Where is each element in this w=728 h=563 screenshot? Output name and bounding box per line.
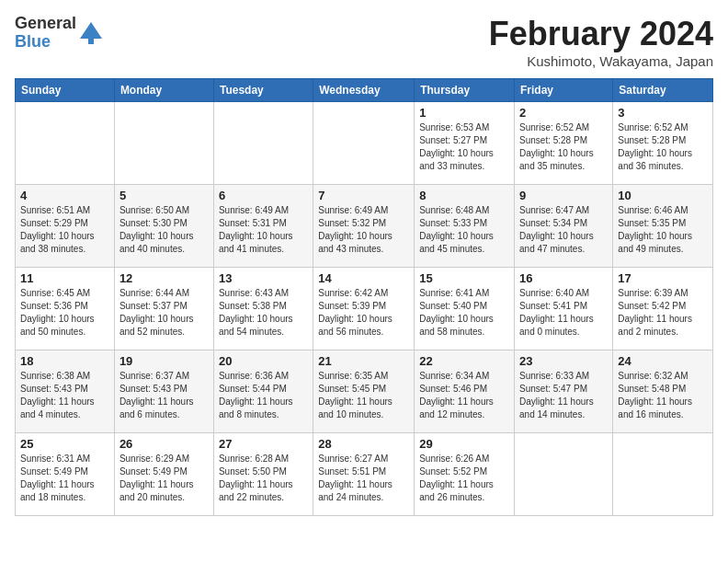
calendar-cell: 6Sunrise: 6:49 AM Sunset: 5:31 PM Daylig… [213, 185, 313, 268]
day-number: 29 [419, 437, 509, 451]
logo: General Blue [15, 15, 104, 52]
calendar-cell [213, 102, 313, 185]
calendar-cell: 1Sunrise: 6:53 AM Sunset: 5:27 PM Daylig… [415, 102, 515, 185]
day-info: Sunrise: 6:48 AM Sunset: 5:33 PM Dayligh… [419, 204, 509, 256]
day-info: Sunrise: 6:47 AM Sunset: 5:34 PM Dayligh… [519, 204, 608, 256]
day-number: 10 [618, 189, 708, 202]
calendar-cell: 19Sunrise: 6:37 AM Sunset: 5:43 PM Dayli… [114, 350, 213, 433]
day-number: 22 [419, 354, 509, 368]
day-info: Sunrise: 6:49 AM Sunset: 5:31 PM Dayligh… [219, 204, 308, 256]
calendar-cell [313, 102, 415, 185]
day-info: Sunrise: 6:52 AM Sunset: 5:28 PM Dayligh… [618, 121, 708, 173]
day-number: 12 [119, 271, 209, 285]
calendar-cell: 24Sunrise: 6:32 AM Sunset: 5:48 PM Dayli… [613, 350, 713, 433]
day-number: 16 [519, 271, 608, 285]
calendar-table: SundayMondayTuesdayWednesdayThursdayFrid… [15, 78, 713, 516]
svg-rect-1 [88, 39, 94, 44]
calendar-cell: 15Sunrise: 6:41 AM Sunset: 5:40 PM Dayli… [415, 268, 515, 350]
calendar-cell [515, 433, 613, 516]
day-number: 13 [219, 271, 308, 285]
day-number: 26 [119, 437, 209, 451]
day-info: Sunrise: 6:32 AM Sunset: 5:48 PM Dayligh… [618, 370, 708, 421]
calendar-cell: 13Sunrise: 6:43 AM Sunset: 5:38 PM Dayli… [213, 268, 313, 350]
day-info: Sunrise: 6:37 AM Sunset: 5:43 PM Dayligh… [119, 370, 209, 421]
day-number: 25 [20, 437, 109, 451]
weekday-header: Thursday [415, 79, 515, 102]
day-number: 27 [219, 437, 308, 451]
day-number: 23 [519, 354, 608, 368]
location-subtitle: Kushimoto, Wakayama, Japan [489, 53, 713, 69]
day-number: 2 [519, 106, 608, 120]
day-number: 20 [219, 354, 308, 368]
logo-blue: Blue [15, 33, 76, 52]
logo-icon [78, 20, 104, 46]
day-info: Sunrise: 6:46 AM Sunset: 5:35 PM Dayligh… [618, 204, 708, 256]
calendar-cell: 29Sunrise: 6:26 AM Sunset: 5:52 PM Dayli… [415, 433, 515, 516]
calendar-cell: 14Sunrise: 6:42 AM Sunset: 5:39 PM Dayli… [313, 268, 415, 350]
day-info: Sunrise: 6:51 AM Sunset: 5:29 PM Dayligh… [20, 204, 109, 256]
day-number: 28 [318, 437, 409, 451]
calendar-cell: 20Sunrise: 6:36 AM Sunset: 5:44 PM Dayli… [213, 350, 313, 433]
calendar-week-row: 11Sunrise: 6:45 AM Sunset: 5:36 PM Dayli… [16, 268, 713, 350]
day-info: Sunrise: 6:33 AM Sunset: 5:47 PM Dayligh… [519, 370, 608, 421]
day-info: Sunrise: 6:26 AM Sunset: 5:52 PM Dayligh… [419, 453, 509, 504]
weekday-header: Friday [515, 79, 613, 102]
day-number: 1 [419, 106, 509, 120]
day-number: 4 [20, 189, 109, 202]
day-info: Sunrise: 6:42 AM Sunset: 5:39 PM Dayligh… [318, 287, 409, 339]
calendar-cell: 18Sunrise: 6:38 AM Sunset: 5:43 PM Dayli… [16, 350, 115, 433]
day-number: 14 [318, 271, 409, 285]
calendar-cell: 28Sunrise: 6:27 AM Sunset: 5:51 PM Dayli… [313, 433, 415, 516]
day-number: 7 [318, 189, 409, 202]
calendar-cell: 3Sunrise: 6:52 AM Sunset: 5:28 PM Daylig… [613, 102, 713, 185]
day-info: Sunrise: 6:50 AM Sunset: 5:30 PM Dayligh… [119, 204, 209, 256]
day-number: 18 [20, 354, 109, 368]
calendar-cell: 17Sunrise: 6:39 AM Sunset: 5:42 PM Dayli… [613, 268, 713, 350]
calendar-cell: 7Sunrise: 6:49 AM Sunset: 5:32 PM Daylig… [313, 185, 415, 268]
calendar-week-row: 4Sunrise: 6:51 AM Sunset: 5:29 PM Daylig… [16, 185, 713, 268]
month-title: February 2024 [489, 15, 713, 53]
day-info: Sunrise: 6:31 AM Sunset: 5:49 PM Dayligh… [20, 453, 109, 504]
day-info: Sunrise: 6:29 AM Sunset: 5:49 PM Dayligh… [119, 453, 209, 504]
weekday-header-row: SundayMondayTuesdayWednesdayThursdayFrid… [16, 79, 713, 102]
calendar-cell: 22Sunrise: 6:34 AM Sunset: 5:46 PM Dayli… [415, 350, 515, 433]
day-info: Sunrise: 6:40 AM Sunset: 5:41 PM Dayligh… [519, 287, 608, 339]
day-number: 6 [219, 189, 308, 202]
day-info: Sunrise: 6:45 AM Sunset: 5:36 PM Dayligh… [20, 287, 109, 339]
day-info: Sunrise: 6:41 AM Sunset: 5:40 PM Dayligh… [419, 287, 509, 339]
day-info: Sunrise: 6:28 AM Sunset: 5:50 PM Dayligh… [219, 453, 308, 504]
calendar-cell: 10Sunrise: 6:46 AM Sunset: 5:35 PM Dayli… [613, 185, 713, 268]
day-info: Sunrise: 6:52 AM Sunset: 5:28 PM Dayligh… [519, 121, 608, 173]
day-number: 9 [519, 189, 608, 202]
day-info: Sunrise: 6:43 AM Sunset: 5:38 PM Dayligh… [219, 287, 308, 339]
weekday-header: Tuesday [213, 79, 313, 102]
calendar-cell [613, 433, 713, 516]
day-number: 3 [618, 106, 708, 120]
weekday-header: Saturday [613, 79, 713, 102]
calendar-cell: 2Sunrise: 6:52 AM Sunset: 5:28 PM Daylig… [515, 102, 613, 185]
title-block: February 2024 Kushimoto, Wakayama, Japan [489, 15, 713, 69]
weekday-header: Wednesday [313, 79, 415, 102]
calendar-cell: 8Sunrise: 6:48 AM Sunset: 5:33 PM Daylig… [415, 185, 515, 268]
day-info: Sunrise: 6:53 AM Sunset: 5:27 PM Dayligh… [419, 121, 509, 173]
day-number: 8 [419, 189, 509, 202]
calendar-cell [114, 102, 213, 185]
day-info: Sunrise: 6:44 AM Sunset: 5:37 PM Dayligh… [119, 287, 209, 339]
day-info: Sunrise: 6:39 AM Sunset: 5:42 PM Dayligh… [618, 287, 708, 339]
weekday-header: Sunday [16, 79, 115, 102]
day-number: 15 [419, 271, 509, 285]
day-info: Sunrise: 6:35 AM Sunset: 5:45 PM Dayligh… [318, 370, 409, 421]
day-info: Sunrise: 6:36 AM Sunset: 5:44 PM Dayligh… [219, 370, 308, 421]
calendar-cell: 26Sunrise: 6:29 AM Sunset: 5:49 PM Dayli… [114, 433, 213, 516]
page-header: General Blue February 2024 Kushimoto, Wa… [15, 15, 713, 69]
calendar-cell: 4Sunrise: 6:51 AM Sunset: 5:29 PM Daylig… [16, 185, 115, 268]
logo-general: General [15, 15, 76, 33]
calendar-cell: 9Sunrise: 6:47 AM Sunset: 5:34 PM Daylig… [515, 185, 613, 268]
day-info: Sunrise: 6:38 AM Sunset: 5:43 PM Dayligh… [20, 370, 109, 421]
calendar-cell [16, 102, 115, 185]
day-info: Sunrise: 6:27 AM Sunset: 5:51 PM Dayligh… [318, 453, 409, 504]
calendar-cell: 5Sunrise: 6:50 AM Sunset: 5:30 PM Daylig… [114, 185, 213, 268]
day-number: 24 [618, 354, 708, 368]
calendar-cell: 27Sunrise: 6:28 AM Sunset: 5:50 PM Dayli… [213, 433, 313, 516]
day-number: 21 [318, 354, 409, 368]
